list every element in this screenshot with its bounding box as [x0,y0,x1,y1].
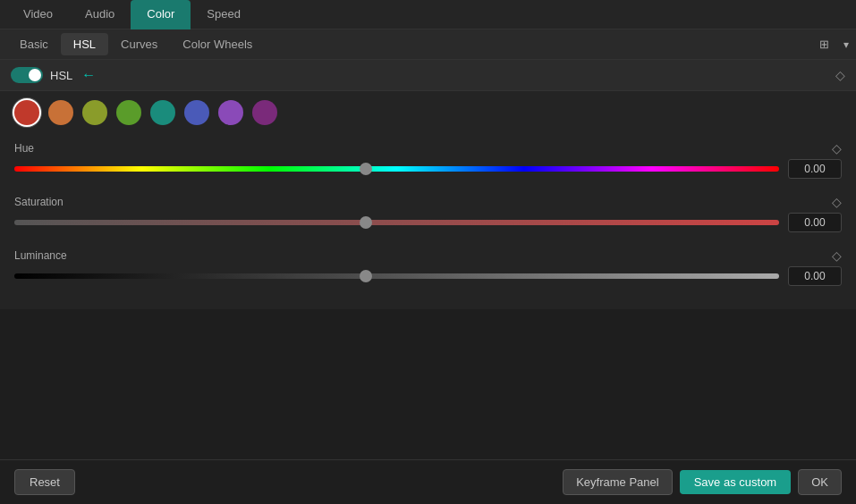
hsl-section-header: HSL ← ◇ [0,60,856,91]
swatch-orange[interactable] [48,100,73,125]
sub-tab-curves[interactable]: Curves [108,33,170,55]
saturation-track [14,220,779,225]
saturation-value-input[interactable] [788,213,842,232]
ok-button[interactable]: OK [798,469,842,495]
reset-button[interactable]: Reset [14,469,75,495]
saturation-label: Saturation [14,196,86,208]
hue-diamond-icon[interactable]: ◇ [832,141,842,155]
hsl-title: HSL [50,69,72,82]
swatch-blue[interactable] [184,100,209,125]
swatches-row [0,91,856,134]
toggle-knob [29,69,41,81]
keyframe-panel-button[interactable]: Keyframe Panel [563,469,673,495]
sub-tabs-bar: Basic HSL Curves Color Wheels ⊞ ▾ [0,29,856,60]
hue-label: Hue [14,142,86,155]
luminance-track [14,273,779,279]
sub-tab-hsl[interactable]: HSL [61,33,108,55]
sat-diamond-icon[interactable]: ◇ [832,195,842,209]
tab-speed[interactable]: Speed [191,0,257,29]
swatch-teal[interactable] [150,100,175,125]
saturation-thumb[interactable] [360,216,372,229]
bottom-right-actions: Keyframe Panel Save as custom OK [563,469,842,495]
hue-thumb[interactable] [360,163,372,175]
bottom-bar: Reset Keyframe Panel Save as custom OK [0,459,856,504]
swatch-red[interactable] [14,100,39,125]
sliders-section: Hue ◇ Saturation ◇ [0,134,856,309]
hsl-toggle[interactable] [11,67,43,83]
tab-audio[interactable]: Audio [69,0,131,29]
tab-video[interactable]: Video [7,0,69,29]
swatch-yellow-green[interactable] [82,100,107,125]
arrow-icon: ← [81,67,96,83]
luminance-thumb[interactable] [360,270,372,282]
luminance-label: Luminance [14,249,86,262]
luminance-value-input[interactable] [788,266,842,286]
swatch-purple[interactable] [218,100,243,125]
chevron-down-icon[interactable]: ▾ [843,38,849,51]
split-view-icon[interactable]: ⊞ [811,36,836,54]
sub-tab-color-wheels[interactable]: Color Wheels [170,33,265,55]
tab-color[interactable]: Color [131,0,191,29]
hue-value-input[interactable] [788,159,842,179]
hue-track [14,166,779,172]
swatch-green[interactable] [116,100,141,125]
sub-tab-basic[interactable]: Basic [7,33,61,55]
hue-slider-container[interactable] [14,160,779,178]
luminance-slider-container[interactable] [14,267,779,285]
top-tabs-bar: Video Audio Color Speed [0,0,856,29]
saturation-slider-container[interactable] [14,214,779,231]
lum-diamond-icon[interactable]: ◇ [832,248,842,263]
save-as-custom-button[interactable]: Save as custom [680,470,792,494]
reset-diamond-icon[interactable]: ◇ [835,68,845,82]
swatch-magenta[interactable] [252,100,277,125]
